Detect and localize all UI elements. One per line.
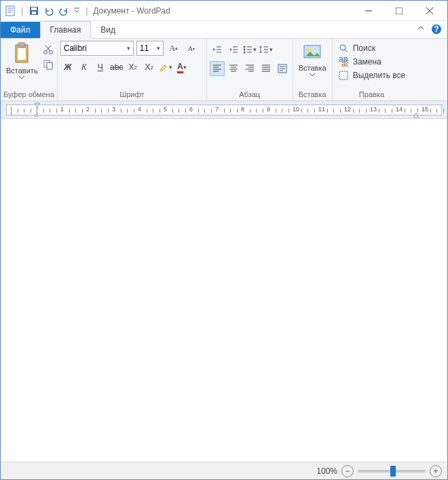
svg-rect-14 (18, 43, 25, 47)
zoom-out-button[interactable]: − (341, 465, 354, 477)
bold-button[interactable]: Ж (60, 60, 75, 75)
app-icon (3, 4, 17, 18)
grow-font-icon[interactable]: A▴ (166, 41, 181, 56)
subscript-button[interactable]: X2 (126, 60, 141, 75)
group-insert: Вставка Вставка (293, 39, 333, 100)
superscript-button[interactable]: X2 (142, 60, 157, 75)
separator: | (21, 6, 23, 16)
align-center-icon[interactable] (226, 61, 241, 76)
svg-point-16 (43, 51, 47, 54)
qat-dropdown-icon[interactable] (72, 4, 81, 18)
svg-line-18 (46, 45, 51, 51)
tab-file[interactable]: Файл (1, 22, 40, 38)
separator: | (86, 6, 88, 16)
indent-marker-bottom[interactable]: ⌂ (35, 111, 39, 118)
group-font: Calibri▾ 11▾ A▴ A▾ Ж К Ч abc X2 X2 ▾ A▾ … (58, 39, 207, 100)
shrink-font-icon[interactable]: A▾ (184, 41, 199, 56)
help-icon[interactable]: ? (430, 22, 443, 36)
minimize-button[interactable] (353, 1, 384, 20)
svg-rect-63 (339, 71, 348, 79)
select-all-icon (338, 70, 349, 81)
svg-point-30 (244, 52, 246, 54)
group-label: Вставка (296, 89, 329, 100)
chevron-down-icon (19, 76, 24, 79)
save-icon[interactable] (27, 4, 41, 18)
ruler[interactable]: 12345678910111213141516 ▽ ⌂ △ (1, 101, 447, 119)
svg-point-59 (340, 45, 346, 50)
redo-icon[interactable] (57, 4, 71, 18)
svg-text:ac: ac (341, 59, 348, 67)
cut-icon[interactable] (42, 43, 54, 56)
highlight-button[interactable]: ▾ (158, 60, 173, 75)
svg-point-58 (307, 48, 311, 52)
svg-line-60 (345, 50, 348, 52)
paste-label: Вставить (6, 67, 38, 75)
close-button[interactable] (414, 1, 445, 20)
ribbon-tabs: Файл Главная Вид ? (1, 21, 447, 39)
group-label: Правка (335, 89, 409, 100)
align-justify-icon[interactable] (259, 61, 274, 76)
zoom-thumb[interactable] (390, 466, 396, 477)
zoom-in-button[interactable]: + (430, 465, 442, 477)
undo-icon[interactable] (42, 4, 56, 18)
svg-point-17 (49, 51, 52, 54)
chevron-down-icon (310, 73, 315, 77)
paragraph-dialog-icon[interactable] (275, 61, 290, 76)
svg-point-28 (244, 46, 246, 48)
font-color-button[interactable]: A▾ (174, 60, 189, 75)
increase-indent-icon[interactable] (226, 42, 241, 57)
font-size-combo[interactable]: 11▾ (136, 41, 164, 56)
italic-button[interactable]: К (77, 60, 92, 75)
document-area[interactable] (1, 119, 447, 462)
svg-rect-5 (31, 7, 37, 10)
svg-rect-15 (18, 48, 26, 60)
search-icon (338, 43, 349, 54)
tab-home[interactable]: Главная (40, 21, 92, 39)
chevron-down-icon: ▾ (127, 45, 130, 52)
tab-view[interactable]: Вид (91, 22, 125, 38)
align-right-icon[interactable] (242, 61, 257, 76)
svg-rect-0 (6, 6, 14, 16)
decrease-indent-icon[interactable] (210, 42, 225, 57)
group-clipboard: Вставить Буфер обмена (1, 39, 58, 100)
line-spacing-icon[interactable]: ▾ (259, 42, 274, 57)
align-left-icon[interactable] (210, 61, 225, 76)
status-bar: 100% − + (1, 462, 447, 479)
group-paragraph: ▾ ▾ Абзац (207, 39, 293, 100)
title-bar: | | Документ - WordPad (1, 1, 447, 21)
svg-rect-21 (47, 62, 52, 69)
quick-access-toolbar: | | (3, 4, 90, 18)
group-label: Абзац (210, 89, 290, 100)
replace-icon: abac (338, 56, 349, 67)
svg-rect-6 (32, 12, 36, 14)
find-button[interactable]: Поиск (337, 42, 407, 54)
paste-button[interactable]: Вставить (3, 41, 41, 81)
group-label: Шрифт (60, 89, 204, 100)
zoom-slider[interactable] (358, 470, 426, 473)
ribbon: Вставить Буфер обмена Calibri▾ 11▾ A▴ A▾… (1, 39, 447, 101)
strikethrough-button[interactable]: abc (109, 60, 124, 75)
collapse-ribbon-icon[interactable] (417, 24, 427, 34)
svg-rect-8 (396, 7, 403, 14)
window-title: Документ - WordPad (93, 6, 170, 16)
window-controls (353, 1, 445, 20)
bullets-icon[interactable]: ▾ (242, 42, 257, 57)
svg-line-19 (45, 45, 50, 51)
maximize-button[interactable] (384, 1, 414, 20)
insert-picture-button[interactable]: Вставка (296, 41, 329, 78)
select-all-button[interactable]: Выделить все (337, 69, 407, 81)
underline-button[interactable]: Ч (93, 60, 108, 75)
font-name-combo[interactable]: Calibri▾ (60, 41, 134, 56)
replace-button[interactable]: abacЗамена (337, 56, 407, 68)
group-label: Буфер обмена (3, 89, 54, 100)
zoom-level: 100% (316, 466, 337, 476)
copy-icon[interactable] (42, 58, 54, 71)
chevron-down-icon: ▾ (157, 45, 160, 52)
group-editing: Поиск abacЗамена Выделить все Правка (333, 39, 411, 100)
indent-marker-top[interactable]: ▽ (35, 101, 40, 109)
insert-label: Вставка (299, 64, 326, 72)
svg-point-29 (244, 49, 246, 51)
right-indent-marker[interactable]: △ (413, 111, 419, 118)
svg-text:?: ? (434, 24, 438, 34)
